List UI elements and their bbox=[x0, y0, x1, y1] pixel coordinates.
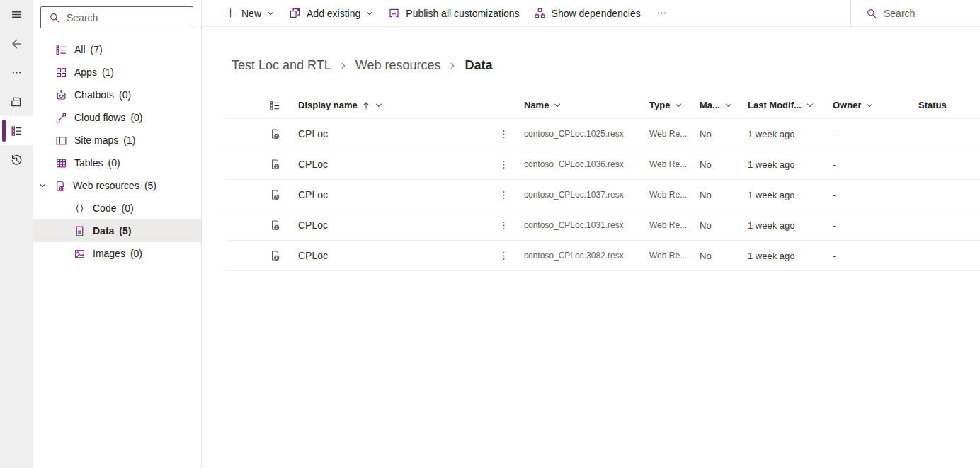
row-context-menu-button[interactable] bbox=[497, 129, 524, 139]
sidebar-item-label: Chatbots bbox=[74, 89, 114, 101]
column-header-last-modified[interactable]: Last Modif... bbox=[748, 100, 833, 110]
cell-owner: - bbox=[833, 220, 918, 231]
new-button[interactable]: New bbox=[218, 0, 282, 26]
command-bar-overflow-button[interactable] bbox=[648, 0, 676, 26]
breadcrumb-solution[interactable]: Test Loc and RTL bbox=[232, 58, 331, 73]
data-document-icon bbox=[74, 225, 86, 237]
row-context-menu-button[interactable] bbox=[497, 190, 524, 200]
sidebar-item-images[interactable]: Images(0) bbox=[33, 242, 201, 265]
global-search-input[interactable] bbox=[884, 8, 980, 19]
cell-managed: No bbox=[700, 129, 748, 139]
sidebar-item-cloud-flows[interactable]: Cloud flows(0) bbox=[33, 106, 201, 129]
column-header-status[interactable]: Status bbox=[918, 100, 980, 110]
cell-owner: - bbox=[833, 251, 918, 261]
content-area: Test Loc and RTL Web resources Data Disp… bbox=[202, 27, 980, 468]
chevron-down-icon[interactable] bbox=[38, 181, 47, 190]
chevron-down-icon bbox=[266, 9, 275, 18]
column-header-type[interactable]: Type bbox=[649, 100, 700, 110]
breadcrumb: Test Loc and RTL Web resources Data bbox=[232, 57, 980, 74]
resources-table: Display name Name Type Ma... bbox=[202, 92, 980, 271]
sidebar-item-label: Images bbox=[93, 248, 125, 259]
show-dependencies-label: Show dependencies bbox=[552, 8, 641, 19]
cell-display-name: CPLoc bbox=[298, 159, 497, 170]
sidebar-item-count: (1) bbox=[102, 67, 114, 78]
cell-type: Web Re... bbox=[649, 220, 700, 230]
chevron-down-icon bbox=[865, 101, 874, 110]
cell-type: Web Re... bbox=[649, 190, 700, 200]
web-resource-icon bbox=[54, 180, 66, 192]
column-header-display-name[interactable]: Display name bbox=[298, 100, 497, 110]
sidebar-item-count: (0) bbox=[130, 248, 142, 259]
all-list-icon bbox=[55, 44, 67, 56]
web-resource-icon bbox=[269, 219, 280, 231]
column-header-name[interactable]: Name bbox=[524, 100, 649, 110]
cell-managed: No bbox=[700, 190, 748, 200]
more-vertical-icon bbox=[498, 251, 509, 261]
row-context-menu-button[interactable] bbox=[497, 220, 524, 231]
sidebar-item-label: Web resources bbox=[73, 180, 139, 191]
web-resource-icon bbox=[269, 128, 280, 139]
publish-icon bbox=[388, 7, 400, 19]
sidebar-tree: All(7) Apps(1) Chatbots(0) Cloud flows(0… bbox=[33, 38, 201, 265]
column-header-managed[interactable]: Ma... bbox=[700, 100, 748, 110]
sidebar-search-input[interactable] bbox=[67, 12, 187, 23]
sidebar-item-data[interactable]: Data(5) bbox=[33, 219, 201, 242]
more-vertical-icon bbox=[498, 129, 509, 139]
hamburger-menu-button[interactable] bbox=[0, 0, 33, 29]
sidebar-item-web-resources[interactable]: Web resources(5) bbox=[33, 174, 201, 197]
search-icon bbox=[49, 12, 60, 23]
table-icon bbox=[55, 157, 67, 169]
cell-name: contoso_CPLoc.1031.resx bbox=[524, 220, 649, 230]
cell-owner: - bbox=[833, 190, 918, 200]
sidebar-item-tables[interactable]: Tables(0) bbox=[33, 152, 201, 174]
cell-type: Web Re... bbox=[649, 129, 700, 139]
web-resource-icon bbox=[269, 159, 280, 170]
select-all-button[interactable] bbox=[225, 100, 298, 111]
sidebar-item-label: Code bbox=[93, 202, 116, 214]
publish-all-button[interactable]: Publish all customizations bbox=[381, 0, 526, 26]
global-search-box[interactable] bbox=[850, 0, 980, 26]
table-row[interactable]: CPLoc contoso_CPLoc.1025.resx Web Re... … bbox=[225, 119, 980, 149]
cell-name: contoso_CPLoc.1036.resx bbox=[524, 159, 649, 169]
row-list-icon bbox=[269, 100, 280, 111]
rail-solutions-button[interactable] bbox=[0, 87, 33, 116]
row-context-menu-button[interactable] bbox=[497, 159, 524, 170]
add-existing-button[interactable]: Add existing bbox=[282, 0, 381, 26]
add-existing-icon bbox=[289, 7, 301, 19]
row-context-menu-button[interactable] bbox=[497, 251, 524, 261]
sidebar-item-site-maps[interactable]: Site maps(1) bbox=[33, 129, 201, 152]
history-button[interactable] bbox=[0, 145, 33, 174]
sidebar-item-count: (1) bbox=[123, 135, 135, 146]
cell-type: Web Re... bbox=[649, 251, 700, 261]
sidebar-item-code[interactable]: Code(0) bbox=[33, 197, 201, 219]
sidebar-item-label: Data bbox=[93, 225, 114, 236]
rail-tree-view-button[interactable] bbox=[0, 116, 33, 145]
chevron-down-icon bbox=[724, 101, 733, 110]
sidebar-item-count: (0) bbox=[130, 112, 142, 123]
show-dependencies-button[interactable]: Show dependencies bbox=[527, 0, 648, 26]
table-row[interactable]: CPLoc contoso_CPLoc.3082.resx Web Re... … bbox=[225, 241, 980, 271]
table-row[interactable]: CPLoc contoso_CPLoc.1036.resx Web Re... … bbox=[225, 149, 980, 180]
sidebar-item-count: (7) bbox=[91, 44, 103, 55]
new-button-label: New bbox=[241, 8, 261, 19]
cloud-flow-icon bbox=[55, 112, 67, 124]
rail-more-button[interactable] bbox=[0, 58, 33, 87]
breadcrumb-web-resources[interactable]: Web resources bbox=[355, 58, 441, 73]
table-row[interactable]: CPLoc contoso_CPLoc.1031.resx Web Re... … bbox=[225, 210, 980, 241]
table-row[interactable]: CPLoc contoso_CPLoc.1037.resx Web Re... … bbox=[225, 180, 980, 210]
sidebar-item-all[interactable]: All(7) bbox=[33, 38, 201, 61]
column-label: Owner bbox=[833, 100, 861, 110]
apps-icon bbox=[55, 67, 67, 79]
web-resource-icon bbox=[269, 189, 280, 200]
column-label: Display name bbox=[298, 100, 358, 110]
cell-last-modified: 1 week ago bbox=[748, 190, 833, 200]
sidebar-item-apps[interactable]: Apps(1) bbox=[33, 61, 201, 84]
menu-icon bbox=[12, 12, 21, 17]
back-button[interactable] bbox=[0, 29, 33, 58]
sidebar-item-chatbots[interactable]: Chatbots(0) bbox=[33, 84, 201, 106]
column-header-owner[interactable]: Owner bbox=[833, 100, 918, 110]
sidebar-search-box[interactable] bbox=[40, 6, 193, 28]
command-bar: New Add existing Publish all customizati… bbox=[202, 0, 980, 27]
sort-ascending-icon bbox=[362, 101, 370, 110]
publish-all-label: Publish all customizations bbox=[406, 8, 519, 19]
